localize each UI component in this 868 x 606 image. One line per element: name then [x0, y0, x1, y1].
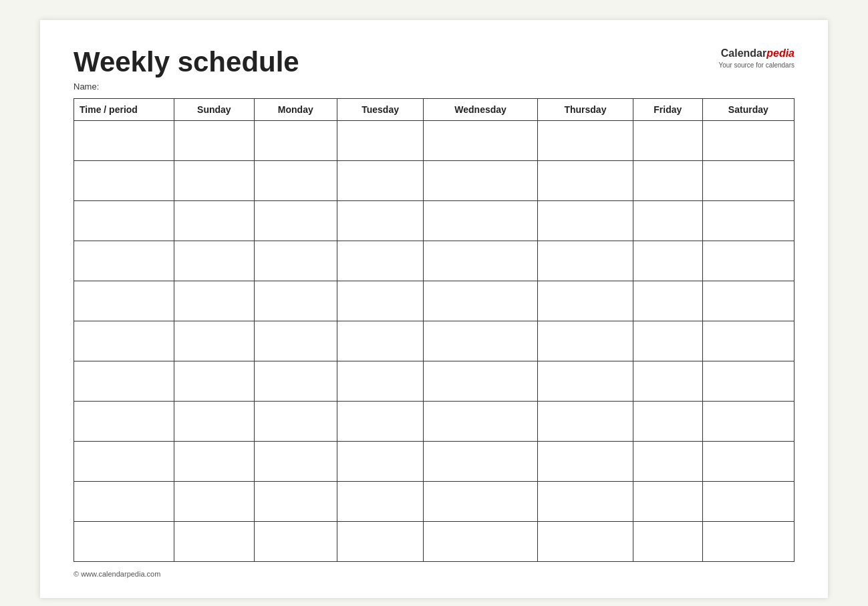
- name-label: Name:: [74, 82, 299, 92]
- day-cell-3-1[interactable]: [174, 241, 255, 281]
- day-cell-9-3[interactable]: [337, 482, 424, 522]
- day-cell-4-3[interactable]: [337, 281, 424, 321]
- table-row: [74, 241, 794, 281]
- day-cell-10-7[interactable]: [702, 522, 794, 562]
- day-cell-2-1[interactable]: [174, 201, 255, 241]
- time-cell-0[interactable]: [74, 121, 174, 161]
- day-cell-1-4[interactable]: [424, 161, 538, 201]
- day-cell-10-4[interactable]: [424, 522, 538, 562]
- day-cell-0-7[interactable]: [702, 121, 794, 161]
- time-cell-10[interactable]: [74, 522, 174, 562]
- day-cell-6-5[interactable]: [537, 361, 633, 402]
- day-cell-4-7[interactable]: [702, 281, 794, 321]
- day-cell-7-4[interactable]: [424, 402, 538, 442]
- day-cell-1-2[interactable]: [254, 161, 337, 201]
- day-cell-9-2[interactable]: [254, 482, 337, 522]
- day-cell-10-5[interactable]: [537, 522, 633, 562]
- day-cell-8-3[interactable]: [337, 442, 424, 482]
- day-cell-6-1[interactable]: [174, 361, 255, 402]
- table-row: [74, 281, 794, 321]
- day-cell-8-6[interactable]: [633, 442, 703, 482]
- day-cell-1-6[interactable]: [633, 161, 703, 201]
- day-cell-3-2[interactable]: [254, 241, 337, 281]
- day-cell-4-5[interactable]: [537, 281, 633, 321]
- time-cell-4[interactable]: [74, 281, 174, 321]
- day-cell-8-4[interactable]: [424, 442, 538, 482]
- time-cell-1[interactable]: [74, 161, 174, 201]
- day-cell-9-7[interactable]: [702, 482, 794, 522]
- day-cell-6-7[interactable]: [702, 361, 794, 402]
- header-wednesday: Wednesday: [424, 99, 538, 121]
- day-cell-3-6[interactable]: [633, 241, 703, 281]
- day-cell-5-1[interactable]: [174, 321, 255, 361]
- day-cell-0-6[interactable]: [633, 121, 703, 161]
- day-cell-1-1[interactable]: [174, 161, 255, 201]
- day-cell-6-3[interactable]: [337, 361, 424, 402]
- day-cell-10-6[interactable]: [633, 522, 703, 562]
- day-cell-7-7[interactable]: [702, 402, 794, 442]
- day-cell-8-2[interactable]: [254, 442, 337, 482]
- day-cell-2-6[interactable]: [633, 201, 703, 241]
- day-cell-7-3[interactable]: [337, 402, 424, 442]
- day-cell-5-7[interactable]: [702, 321, 794, 361]
- day-cell-0-4[interactable]: [424, 121, 538, 161]
- day-cell-3-4[interactable]: [424, 241, 538, 281]
- day-cell-6-6[interactable]: [633, 361, 703, 402]
- table-row: [74, 161, 794, 201]
- day-cell-1-7[interactable]: [702, 161, 794, 201]
- day-cell-9-4[interactable]: [424, 482, 538, 522]
- day-cell-2-7[interactable]: [702, 201, 794, 241]
- table-row: [74, 402, 794, 442]
- day-cell-8-5[interactable]: [537, 442, 633, 482]
- time-cell-8[interactable]: [74, 442, 174, 482]
- time-cell-6[interactable]: [74, 361, 174, 402]
- day-cell-3-7[interactable]: [702, 241, 794, 281]
- day-cell-0-3[interactable]: [337, 121, 424, 161]
- day-cell-1-3[interactable]: [337, 161, 424, 201]
- day-cell-1-5[interactable]: [537, 161, 633, 201]
- day-cell-10-1[interactable]: [174, 522, 255, 562]
- day-cell-5-5[interactable]: [537, 321, 633, 361]
- logo-pedia-text: pedia: [766, 47, 794, 59]
- day-cell-8-1[interactable]: [174, 442, 255, 482]
- logo-calendarpedia: Calendarpedia: [718, 47, 794, 61]
- day-cell-5-3[interactable]: [337, 321, 424, 361]
- day-cell-2-2[interactable]: [254, 201, 337, 241]
- page-container: Weekly schedule Name: Calendarpedia Your…: [40, 20, 828, 598]
- day-cell-10-3[interactable]: [337, 522, 424, 562]
- day-cell-9-1[interactable]: [174, 482, 255, 522]
- day-cell-7-6[interactable]: [633, 402, 703, 442]
- day-cell-0-2[interactable]: [254, 121, 337, 161]
- header-time: Time / period: [74, 99, 174, 121]
- day-cell-5-4[interactable]: [424, 321, 538, 361]
- day-cell-2-5[interactable]: [537, 201, 633, 241]
- day-cell-7-2[interactable]: [254, 402, 337, 442]
- day-cell-8-7[interactable]: [702, 442, 794, 482]
- day-cell-3-5[interactable]: [537, 241, 633, 281]
- day-cell-4-4[interactable]: [424, 281, 538, 321]
- time-cell-7[interactable]: [74, 402, 174, 442]
- day-cell-2-4[interactable]: [424, 201, 538, 241]
- day-cell-9-6[interactable]: [633, 482, 703, 522]
- time-cell-9[interactable]: [74, 482, 174, 522]
- day-cell-5-2[interactable]: [254, 321, 337, 361]
- day-cell-4-2[interactable]: [254, 281, 337, 321]
- day-cell-6-2[interactable]: [254, 361, 337, 402]
- day-cell-0-1[interactable]: [174, 121, 255, 161]
- time-cell-5[interactable]: [74, 321, 174, 361]
- day-cell-9-5[interactable]: [537, 482, 633, 522]
- day-cell-7-1[interactable]: [174, 402, 255, 442]
- day-cell-5-6[interactable]: [633, 321, 703, 361]
- day-cell-4-6[interactable]: [633, 281, 703, 321]
- day-cell-7-5[interactable]: [537, 402, 633, 442]
- time-cell-2[interactable]: [74, 201, 174, 241]
- day-cell-10-2[interactable]: [254, 522, 337, 562]
- logo-tagline: Your source for calendars: [718, 61, 794, 69]
- day-cell-4-1[interactable]: [174, 281, 255, 321]
- day-cell-3-3[interactable]: [337, 241, 424, 281]
- time-cell-3[interactable]: [74, 241, 174, 281]
- day-cell-2-3[interactable]: [337, 201, 424, 241]
- day-cell-6-4[interactable]: [424, 361, 538, 402]
- day-cell-0-5[interactable]: [537, 121, 633, 161]
- header-section: Weekly schedule Name: Calendarpedia Your…: [74, 47, 794, 92]
